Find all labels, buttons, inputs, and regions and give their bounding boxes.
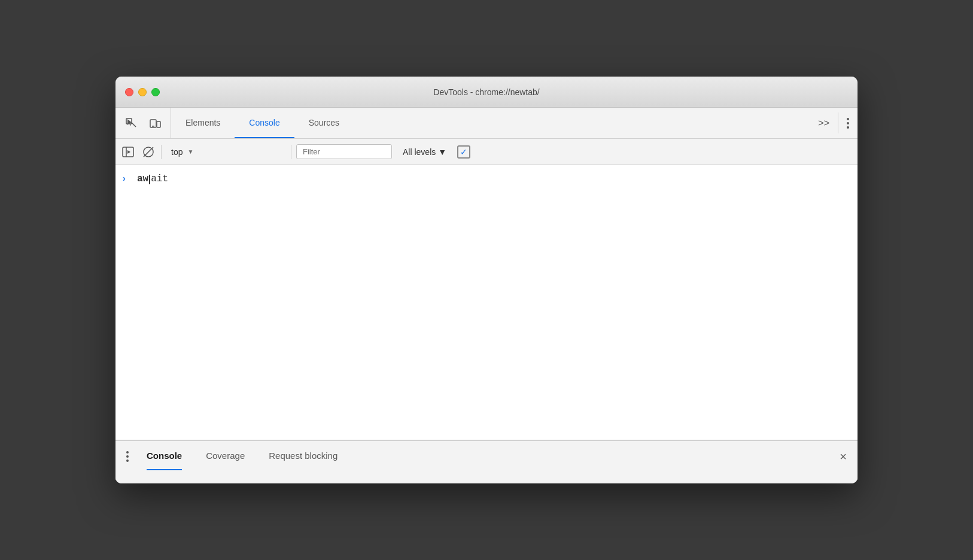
levels-dropdown-arrow: ▼ <box>438 147 446 157</box>
device-toolbar-button[interactable] <box>147 115 163 132</box>
devtools-panel: Elements Console Sources >> <box>115 108 858 483</box>
context-dropdown-arrow: ▼ <box>187 148 193 155</box>
svg-point-5 <box>847 122 849 124</box>
console-content: › await <box>115 165 858 440</box>
svg-point-6 <box>847 126 849 129</box>
tab-console[interactable]: Console <box>235 108 294 138</box>
minimize-button[interactable] <box>138 88 147 96</box>
eager-evaluation-checkbox[interactable]: ✓ <box>457 145 470 159</box>
main-toolbar: Elements Console Sources >> <box>115 108 858 139</box>
drawer-menu-button[interactable] <box>120 451 135 462</box>
svg-rect-2 <box>157 121 160 127</box>
clear-console-button[interactable] <box>141 144 156 160</box>
devtools-window: DevTools - chrome://newtab/ <box>115 77 858 483</box>
console-entry: › await <box>115 170 858 191</box>
svg-point-12 <box>126 451 129 454</box>
svg-point-4 <box>847 118 849 120</box>
tab-sources[interactable]: Sources <box>294 108 354 138</box>
active-tab-indicator <box>147 469 182 470</box>
svg-point-14 <box>126 459 129 462</box>
svg-marker-9 <box>127 150 130 154</box>
svg-point-13 <box>126 455 129 458</box>
window-title: DevTools - chrome://newtab/ <box>433 87 539 97</box>
drawer-tab-request-blocking[interactable]: Request blocking <box>257 441 349 472</box>
toolbar-icon-group <box>115 108 171 138</box>
maximize-button[interactable] <box>151 88 160 96</box>
context-value: top <box>171 147 183 157</box>
console-toolbar: top ▼ All levels ▼ ✓ <box>115 139 858 165</box>
console-toolbar-divider <box>161 145 162 159</box>
traffic-lights <box>125 88 160 96</box>
console-input-text: await <box>137 172 168 185</box>
filter-input[interactable] <box>296 144 392 159</box>
console-bold-text: aw <box>137 174 148 184</box>
text-cursor <box>149 175 150 184</box>
main-tabs: Elements Console Sources <box>171 108 810 138</box>
devtools-menu-button[interactable] <box>838 108 858 138</box>
bottom-drawer: Console Coverage Request blocking × <box>115 440 858 483</box>
more-tabs-button[interactable]: >> <box>810 108 838 138</box>
console-sidebar-button[interactable] <box>120 144 136 160</box>
console-toolbar-divider-2 <box>291 145 291 159</box>
console-mono-text: ait <box>151 174 168 184</box>
context-selector[interactable]: top ▼ <box>166 145 286 159</box>
drawer-tabs-row: Console Coverage Request blocking × <box>115 441 858 472</box>
log-levels-button[interactable]: All levels ▼ <box>397 145 452 159</box>
expand-chevron[interactable]: › <box>123 172 132 183</box>
title-bar: DevTools - chrome://newtab/ <box>115 77 858 108</box>
inspect-element-button[interactable] <box>123 115 139 132</box>
close-button[interactable] <box>125 88 133 96</box>
drawer-tab-console[interactable]: Console <box>135 441 194 472</box>
tab-elements[interactable]: Elements <box>171 108 235 138</box>
close-drawer-button[interactable]: × <box>834 450 853 464</box>
drawer-tab-coverage[interactable]: Coverage <box>194 441 257 472</box>
